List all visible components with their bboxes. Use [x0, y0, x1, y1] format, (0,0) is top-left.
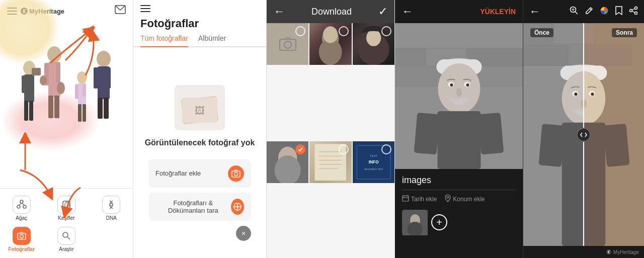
svg-line-34	[22, 203, 25, 205]
svg-point-30	[20, 200, 23, 203]
bookmark-icon[interactable]	[615, 6, 623, 17]
photos-menu-icon[interactable]	[140, 5, 150, 12]
empty-icon: 🖼	[175, 85, 225, 130]
add-person-button[interactable]: +	[431, 214, 447, 230]
compare-top-bar: ←	[523, 0, 644, 23]
svg-point-24	[97, 51, 111, 67]
myheritage-logo-small: MyHeritage	[606, 249, 639, 255]
compare-labels: Önce Sonra	[523, 28, 644, 37]
download-back-icon[interactable]: ←	[274, 5, 285, 18]
detail-back-icon[interactable]: ←	[402, 5, 413, 18]
gallery-cell-camera[interactable]	[267, 23, 308, 65]
gallery-cell-2[interactable]	[353, 23, 394, 65]
bottom-navigation: Ağaç Keşifler DNA Fotoğraflar	[0, 188, 133, 258]
add-photos-label: Fotoğraflar ekle	[155, 169, 201, 177]
sidebar-item-arastir[interactable]: Araştır	[45, 225, 88, 254]
svg-rect-22	[78, 104, 82, 122]
kesifler-icon	[57, 196, 75, 214]
agac-label: Ağaç	[16, 215, 27, 221]
location-icon	[445, 194, 451, 204]
detail-meta: Tarih ekle Konum ekle	[402, 194, 516, 204]
compare-back-icon[interactable]: ←	[529, 5, 540, 18]
people-illustration	[0, 25, 133, 171]
add-location-button[interactable]: Konum ekle	[445, 194, 485, 204]
svg-point-32	[23, 205, 26, 208]
tab-albums[interactable]: Albümler	[198, 34, 226, 46]
compare-logo-text: MyHeritage	[613, 249, 639, 255]
sidebar-item-dna[interactable]: DNA	[90, 194, 133, 223]
svg-text:MyHeritage: MyHeritage	[29, 8, 64, 15]
svg-point-40	[63, 232, 68, 237]
mail-icon[interactable]	[115, 5, 126, 17]
svg-point-18	[77, 71, 87, 83]
svg-text:TEXT: TEXT	[369, 154, 377, 157]
selection-circle-5	[381, 144, 391, 154]
scan-icon	[231, 199, 244, 215]
svg-rect-89	[478, 113, 504, 155]
camera-icon	[228, 165, 244, 182]
svg-text:INFO: INFO	[368, 159, 378, 164]
gallery-cell-4[interactable]	[309, 141, 351, 183]
svg-rect-140	[603, 124, 629, 167]
svg-point-86	[466, 83, 469, 87]
add-date-label: Tarih ekle	[411, 196, 437, 203]
fotograflar-label: Fotoğraflar	[8, 246, 35, 252]
sidebar-item-kesifler[interactable]: Keşifler	[45, 194, 88, 223]
panel-detail: ← YÜKLEYİN	[395, 0, 523, 258]
detail-top-bar: ← YÜKLEYİN	[395, 0, 523, 23]
svg-rect-87	[438, 111, 481, 169]
photos-actions: Fotoğraflar ekle Fotoğrafları & Dökümanl…	[143, 159, 256, 221]
gallery-cell-5[interactable]: TEXT INFO description here	[353, 141, 394, 183]
color-icon[interactable]	[600, 6, 609, 17]
tab-all-photos[interactable]: Tüm fotoğraflar	[140, 34, 188, 47]
gallery-cell-1[interactable]	[309, 23, 351, 65]
selection-circle-4	[339, 144, 349, 154]
detail-info: images Tarih ekle Konum ekle	[395, 169, 523, 241]
sidebar-item-fotograflar[interactable]: Fotoğraflar	[0, 225, 43, 254]
photos-title: Fotoğraflar	[133, 17, 266, 34]
panel-home: MyHeritage	[0, 0, 133, 258]
svg-point-104	[635, 7, 637, 10]
sidebar-item-agac[interactable]: Ağaç	[0, 194, 43, 223]
svg-point-17	[40, 75, 47, 85]
gallery-cell-3[interactable]	[267, 141, 308, 183]
zoom-icon[interactable]	[570, 6, 579, 17]
svg-line-102	[590, 9, 591, 10]
panel-compare: ←	[523, 0, 644, 258]
upload-button[interactable]: YÜKLEYİN	[480, 8, 516, 16]
detail-thumb-row: +	[402, 210, 516, 235]
download-top-bar: ← Download ✓	[267, 0, 394, 23]
logo-area: MyHeritage	[7, 6, 80, 16]
svg-rect-77	[395, 67, 440, 86]
download-check-icon[interactable]: ✓	[378, 5, 387, 18]
svg-rect-124	[538, 124, 565, 167]
svg-point-85	[450, 83, 453, 87]
svg-rect-23	[83, 104, 86, 122]
share-icon[interactable]	[629, 6, 638, 17]
download-gallery-grid: TEXT INFO description here	[267, 23, 394, 258]
svg-rect-21	[83, 84, 86, 97]
svg-rect-9	[32, 68, 41, 75]
download-title: Download	[311, 7, 352, 17]
svg-line-107	[632, 9, 634, 10]
add-photos-button[interactable]: Fotoğraflar ekle	[148, 159, 251, 188]
close-button[interactable]: ×	[236, 226, 251, 241]
edit-icon[interactable]	[585, 6, 594, 17]
detail-thumbnail	[402, 210, 427, 235]
svg-rect-14	[48, 96, 53, 118]
calendar-icon	[402, 195, 409, 203]
svg-text:🖼: 🖼	[195, 105, 205, 116]
dna-icon	[102, 196, 120, 214]
svg-rect-20	[75, 84, 78, 99]
add-location-label: Konum ekle	[453, 196, 485, 203]
home-top-bar: MyHeritage	[0, 0, 133, 22]
svg-rect-8	[29, 101, 33, 121]
svg-line-99	[575, 12, 578, 14]
svg-point-105	[630, 10, 632, 12]
selection-circle-3	[295, 144, 305, 154]
scan-button[interactable]: Fotoğrafları & Dökümanları tara	[148, 193, 251, 221]
menu-icon[interactable]	[7, 8, 17, 15]
add-date-button[interactable]: Tarih ekle	[402, 194, 437, 204]
compare-handle[interactable]	[577, 128, 591, 142]
svg-rect-29	[104, 98, 109, 119]
